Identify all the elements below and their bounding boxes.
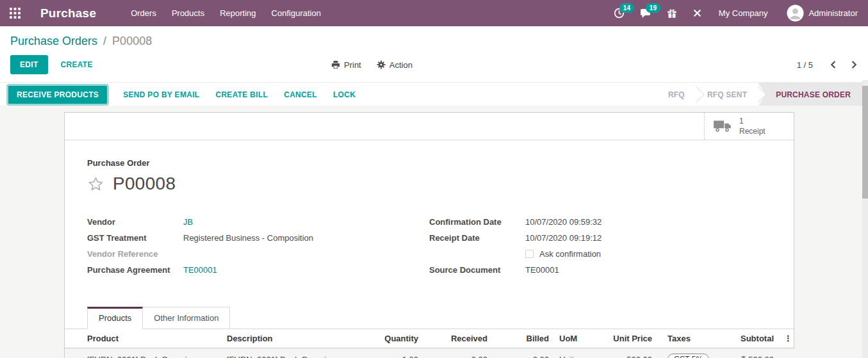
scrollbar-thumb[interactable] [862, 86, 868, 199]
menu-configuration[interactable]: Configuration [264, 0, 329, 26]
tools-button[interactable] [685, 0, 710, 26]
systray: 14 19 My Company [606, 0, 868, 26]
receipt-label: Receipt [739, 126, 766, 136]
receipt-count: 1 [739, 116, 766, 126]
favorite-star-icon[interactable] [87, 175, 104, 193]
tax-badge: GST 5% [667, 354, 709, 358]
ask-confirmation-checkbox[interactable] [525, 250, 534, 258]
control-panel: Purchase Orders / P00008 EDIT CREATE Pri… [0, 26, 868, 82]
pager: 1 / 5 [797, 60, 858, 70]
col-subtotal: Subtotal [718, 329, 779, 348]
col-product: Product [65, 329, 222, 348]
col-uom: UoM [554, 329, 606, 348]
fields-left-column: Vendor JB GST Treatment Registered Busin… [87, 217, 429, 281]
cell-received[interactable]: 0.00 [423, 348, 493, 358]
stage-rfq-sent[interactable]: RFQ SENT [696, 83, 758, 106]
user-name: Administrator [808, 8, 858, 18]
print-label: Print [344, 60, 361, 70]
button-box: 1 Receipt [65, 113, 794, 140]
table-header-row: Product Description Quantity Received Bi… [65, 329, 794, 348]
statusbar: RECEIVE PRODUCTS SEND PO BY EMAIL CREATE… [0, 82, 868, 107]
tab-other-information[interactable]: Other Information [143, 307, 230, 329]
receipt-date-label: Receipt Date [429, 233, 525, 243]
col-quantity: Quantity [356, 329, 423, 348]
top-navbar: Purchase Orders Products Reporting Confi… [0, 0, 868, 26]
col-received: Received [423, 329, 493, 348]
gst-treatment-label: GST Treatment [87, 233, 183, 243]
status-pipeline: RFQ RFQ SENT PURCHASE ORDER [657, 83, 862, 106]
create-button[interactable]: CREATE [61, 60, 93, 69]
vendor-reference-label: Vendor Reference [87, 249, 183, 259]
menu-reporting[interactable]: Reporting [212, 0, 263, 26]
breadcrumb: Purchase Orders / P00008 [0, 26, 868, 49]
document-type-label: Purchase Order [87, 158, 771, 168]
cell-product[interactable]: [FURN_0001] Desk Organizer [65, 348, 222, 358]
form-view: 1 Receipt Purchase Order P00008 Vendor [0, 106, 862, 358]
breadcrumb-current: P00008 [112, 35, 152, 47]
cell-billed[interactable]: 0.00 [493, 348, 554, 358]
source-document-value: TE00001 [525, 265, 559, 275]
create-bill-button[interactable]: CREATE BILL [215, 90, 268, 99]
action-button[interactable]: Action [377, 60, 413, 70]
menu-products[interactable]: Products [164, 0, 212, 26]
send-po-by-email-button[interactable]: SEND PO BY EMAIL [123, 90, 199, 99]
gift-button[interactable] [659, 0, 685, 26]
app-title[interactable]: Purchase [40, 6, 96, 20]
table-row[interactable]: [FURN_0001] Desk Organizer [FURN_0001] D… [65, 348, 794, 358]
cell-description[interactable]: [FURN_0001] Desk Organizer [222, 348, 356, 358]
pager-value: 1 / 5 [797, 60, 813, 70]
messages-badge: 19 [646, 3, 660, 13]
tab-products[interactable]: Products [87, 307, 143, 329]
breadcrumb-parent[interactable]: Purchase Orders [10, 35, 97, 47]
cell-quantity[interactable]: 1.00 [356, 348, 423, 358]
pager-previous-icon[interactable] [830, 60, 837, 69]
scrollbar-track[interactable] [862, 80, 868, 358]
cell-unit-price[interactable]: 500.00 [606, 348, 657, 358]
form-sheet: 1 Receipt Purchase Order P00008 Vendor [64, 112, 794, 358]
grid-icon [10, 8, 20, 19]
stage-purchase-order[interactable]: PURCHASE ORDER [758, 83, 862, 106]
cell-uom[interactable]: Units [554, 348, 606, 358]
confirmation-date-value: 10/07/2020 09:59:32 [525, 217, 602, 227]
breadcrumb-separator: / [101, 35, 109, 47]
optional-columns-icon[interactable]: ⋮ [784, 334, 792, 343]
gst-treatment-value: Registered Business - Composition [183, 233, 313, 243]
main-menu: Orders Products Reporting Configuration [123, 0, 329, 26]
receive-products-button[interactable]: RECEIVE PRODUCTS [8, 86, 107, 104]
col-description: Description [222, 329, 356, 348]
activities-button[interactable]: 14 [606, 0, 632, 26]
source-document-label: Source Document [429, 265, 525, 275]
col-unit-price: Unit Price [606, 329, 657, 348]
tools-icon [692, 8, 702, 18]
truck-icon [713, 119, 732, 133]
receipt-date-value: 10/07/2020 09:19:12 [525, 233, 602, 243]
apps-menu-icon[interactable] [0, 0, 29, 26]
edit-button[interactable]: EDIT [10, 55, 48, 74]
pager-next-icon[interactable] [851, 60, 858, 69]
cell-taxes[interactable]: GST 5% [657, 348, 718, 358]
confirmation-date-label: Confirmation Date [429, 217, 525, 227]
avatar [787, 4, 804, 22]
receipt-smart-button[interactable]: 1 Receipt [704, 113, 794, 140]
messages-button[interactable]: 19 [632, 0, 659, 26]
notebook: Products Other Information Product Descr… [65, 307, 794, 358]
print-button[interactable]: Print [331, 60, 361, 70]
lock-button[interactable]: LOCK [333, 90, 356, 99]
user-menu[interactable]: Administrator [776, 0, 862, 26]
col-billed: Billed [493, 329, 554, 348]
record-title: P00008 [113, 174, 176, 194]
vendor-label: Vendor [87, 217, 183, 227]
purchase-agreement-value[interactable]: TE00001 [183, 265, 217, 275]
vendor-value[interactable]: JB [183, 217, 193, 227]
cell-subtotal[interactable]: ₹ 500.00 [718, 348, 779, 358]
gear-icon [377, 60, 386, 69]
gift-icon [667, 8, 677, 19]
purchase-agreement-label: Purchase Agreement [87, 265, 183, 275]
col-taxes: Taxes [657, 329, 718, 348]
printer-icon [331, 60, 340, 69]
company-switcher[interactable]: My Company [710, 0, 777, 26]
cancel-button[interactable]: CANCEL [284, 90, 317, 99]
ask-confirmation-label: Ask confirmation [539, 249, 601, 259]
menu-orders[interactable]: Orders [123, 0, 164, 26]
order-lines-table: Product Description Quantity Received Bi… [65, 329, 794, 358]
